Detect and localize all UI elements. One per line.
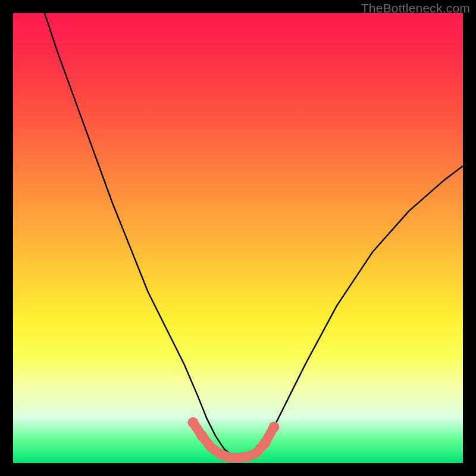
optimal-range-dot bbox=[187, 417, 198, 428]
optimal-range-dot bbox=[269, 422, 280, 433]
bottleneck-curve bbox=[45, 13, 463, 458]
plot-area bbox=[13, 13, 463, 463]
optimal-range-dot bbox=[259, 437, 270, 448]
optimal-range-dot bbox=[197, 431, 208, 441]
watermark-text: TheBottleneck.com bbox=[361, 1, 470, 15]
chart-frame: TheBottleneck.com bbox=[0, 0, 476, 476]
curve-layer bbox=[13, 13, 463, 463]
